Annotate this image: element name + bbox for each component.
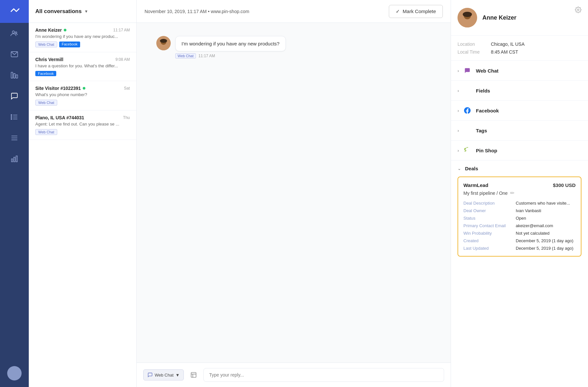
deal-fields: Deal Description Customers who have visi… — [463, 201, 576, 251]
nav-item-contacts[interactable] — [0, 23, 29, 44]
deal-pipeline: My first pipeline / One ✏ — [463, 190, 576, 196]
section-facebook: › Facebook — [451, 101, 588, 121]
section-pinshop-header[interactable]: › Pin Shop — [451, 141, 588, 160]
deal-field-row: Last Updated December 5, 2019 (1 day ago… — [463, 246, 576, 251]
conv-tags: Facebook — [35, 71, 130, 76]
conv-preview: Agent: Let me find out. Can you please s… — [35, 122, 124, 126]
svg-rect-16 — [14, 157, 15, 162]
primary-contact-label: Primary Contact Email — [463, 223, 512, 228]
deal-field-row: Created December 5, 2019 (1 day ago) — [463, 238, 576, 243]
nav-item-conversations[interactable] — [0, 86, 29, 107]
message-bubble: I'm wondering if you have any new produc… — [175, 36, 286, 51]
local-time-label: Local Time — [458, 49, 487, 55]
dropdown-arrow-icon[interactable]: ▼ — [84, 9, 88, 14]
message-meta: Web Chat 11:17 AM — [175, 53, 286, 59]
deal-field-row: Status Open — [463, 216, 576, 221]
chevron-down-icon: ⌄ — [458, 166, 461, 171]
nav-item-lists[interactable] — [0, 107, 29, 127]
section-fields-label: Fields — [476, 88, 490, 93]
message-time: 11:17 AM — [199, 54, 215, 58]
conv-tags: Web Chat — [35, 100, 130, 106]
conversation-list-title[interactable]: All conversations ▼ — [35, 8, 88, 15]
conversation-item[interactable]: Site Visitor #1022391 Sat What's you pho… — [29, 81, 136, 110]
status-label: Status — [463, 216, 512, 221]
section-deals-label: Deals — [465, 166, 478, 171]
svg-rect-17 — [16, 156, 17, 162]
deal-description-label: Deal Description — [463, 201, 512, 206]
deal-name: WarmLead — [463, 182, 488, 188]
nav-item-settings[interactable] — [0, 127, 29, 148]
section-deals-header[interactable]: ⌄ Deals — [458, 160, 581, 177]
chevron-right-icon: › — [458, 108, 459, 113]
right-panel: Anne Keizer Location Chicago, IL USA Loc… — [451, 0, 588, 387]
svg-point-28 — [463, 12, 472, 17]
win-probability-value: Not yet calculated — [516, 231, 549, 236]
channel-selector-arrow: ▼ — [176, 373, 180, 378]
conversation-item[interactable]: Anne Keizer 11:17 AM I'm wondering if yo… — [29, 23, 136, 52]
message-text: I'm wondering if you have any new produc… — [182, 41, 280, 46]
channel-selector[interactable]: Web Chat ▼ — [143, 369, 184, 380]
chevron-right-icon: › — [458, 68, 459, 73]
nav-item-reports[interactable] — [0, 148, 29, 169]
primary-contact-value: akeizer@email.com — [516, 223, 553, 228]
section-webchat-label: Web Chat — [476, 68, 498, 74]
mark-complete-label: Mark Complete — [403, 8, 436, 14]
tag-webchat: Web Chat — [35, 42, 57, 47]
section-pinshop: › Pin Shop — [451, 141, 588, 160]
message-channel: Web Chat — [175, 53, 196, 59]
checkmark-icon: ✓ — [396, 8, 400, 14]
deal-field-row: Deal Description Customers who have visi… — [463, 201, 576, 206]
conv-name: Site Visitor #1022391 — [35, 86, 85, 91]
conversation-item[interactable]: Chris Vermill 9:08 AM I have a question … — [29, 52, 136, 81]
shopify-icon — [463, 146, 472, 155]
chat-input[interactable] — [203, 368, 444, 382]
local-time-row: Local Time 8:45 AM CST — [458, 48, 581, 56]
chevron-right-icon: › — [458, 128, 459, 133]
section-webchat-header[interactable]: › Web Chat — [451, 61, 588, 80]
nav-avatar[interactable] — [7, 366, 22, 380]
attach-button[interactable] — [188, 369, 199, 381]
location-value: Chicago, IL USA — [491, 42, 525, 47]
main-chat: November 10, 2019, 11:17 AM • www.pin-sh… — [137, 0, 451, 387]
section-facebook-label: Facebook — [476, 108, 499, 113]
nav-item-email[interactable] — [0, 44, 29, 65]
facebook-icon — [463, 106, 472, 115]
tag-webchat: Web Chat — [35, 100, 57, 106]
svg-point-1 — [15, 32, 17, 34]
nav-item-pipelines[interactable] — [0, 65, 29, 86]
chat-header-info: November 10, 2019, 11:17 AM • www.pin-sh… — [145, 9, 249, 14]
section-facebook-header[interactable]: › Facebook — [451, 101, 588, 120]
all-conversations-label: All conversations — [35, 8, 82, 15]
settings-button[interactable] — [575, 7, 581, 14]
message-row: I'm wondering if you have any new produc… — [156, 36, 431, 59]
last-updated-label: Last Updated — [463, 246, 512, 251]
deal-field-row: Win Probability Not yet calculated — [463, 231, 576, 236]
svg-rect-15 — [11, 159, 13, 162]
section-tags-header[interactable]: › Tags — [451, 121, 588, 140]
svg-point-0 — [12, 31, 15, 33]
deal-amount: $300 USD — [553, 182, 576, 188]
section-webchat: › Web Chat — [451, 61, 588, 81]
chat-messages: I'm wondering if you have any new produc… — [137, 23, 451, 362]
mark-complete-button[interactable]: ✓ Mark Complete — [389, 5, 443, 18]
section-fields: › Fields — [451, 81, 588, 101]
deal-owner-value: Ivan Vanbasti — [516, 208, 541, 213]
contact-name: Anne Keizer — [482, 14, 516, 21]
deal-field-row: Primary Contact Email akeizer@email.com — [463, 223, 576, 228]
conversation-item[interactable]: Plano, IL USA #744031 Thu Agent: Let me … — [29, 110, 136, 140]
conversation-list: All conversations ▼ Anne Keizer 11:17 AM… — [29, 0, 137, 387]
chat-input-area: Web Chat ▼ — [137, 362, 451, 387]
last-updated-value: December 5, 2019 (1 day ago) — [516, 246, 573, 251]
webchat-channel-icon — [147, 372, 153, 378]
edit-icon[interactable]: ✏ — [510, 190, 514, 196]
created-value: December 5, 2019 (1 day ago) — [516, 238, 573, 243]
conv-time: 11:17 AM — [113, 28, 130, 32]
section-fields-header[interactable]: › Fields — [451, 81, 588, 100]
nav-sidebar — [0, 0, 29, 387]
nav-logo[interactable] — [0, 0, 29, 23]
chevron-right-icon: › — [458, 148, 459, 153]
created-label: Created — [463, 238, 512, 243]
message-avatar — [156, 36, 171, 50]
contact-avatar — [458, 8, 477, 27]
conv-tags: Web Chat — [35, 129, 130, 135]
